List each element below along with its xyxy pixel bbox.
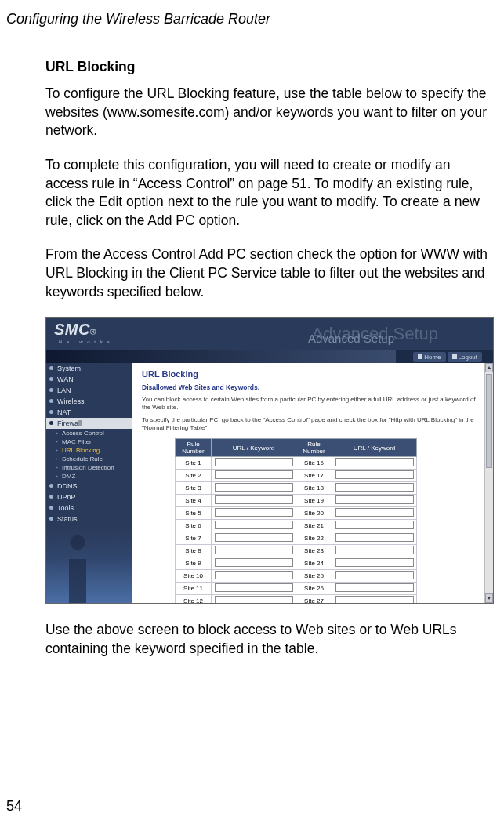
brand-text: SMC bbox=[54, 321, 90, 339]
logout-label: Logout bbox=[459, 354, 477, 361]
url-input[interactable] bbox=[335, 583, 414, 592]
url-input-cell-right bbox=[332, 532, 417, 545]
url-input[interactable] bbox=[335, 533, 414, 542]
top-buttons: Home Logout bbox=[413, 350, 482, 363]
url-input[interactable] bbox=[215, 495, 293, 504]
sidebar-item-firewall[interactable]: Firewall bbox=[46, 418, 132, 429]
scroll-thumb[interactable] bbox=[486, 374, 492, 468]
table-row: Site 5Site 20 bbox=[176, 507, 417, 520]
url-input[interactable] bbox=[215, 596, 293, 603]
url-input[interactable] bbox=[335, 458, 414, 466]
url-input[interactable] bbox=[215, 546, 293, 554]
home-icon bbox=[418, 354, 422, 359]
site-label-left: Site 3 bbox=[176, 482, 212, 495]
table-row: Site 9Site 24 bbox=[176, 557, 417, 570]
table-row: Site 6Site 21 bbox=[176, 520, 417, 532]
url-blocking-table: Rule Number URL / Keyword Rule Number UR… bbox=[175, 438, 417, 603]
url-table-wrap: Rule Number URL / Keyword Rule Number UR… bbox=[142, 437, 484, 603]
home-label: Home bbox=[424, 354, 441, 361]
site-label-right: Site 16 bbox=[296, 457, 332, 470]
url-input[interactable] bbox=[215, 533, 293, 542]
sidebar-decorative-image bbox=[46, 528, 132, 603]
scroll-up-button[interactable]: ▲ bbox=[485, 363, 493, 372]
url-input[interactable] bbox=[335, 495, 414, 504]
site-label-left: Site 6 bbox=[176, 520, 212, 532]
url-input-cell-right bbox=[332, 545, 417, 557]
logout-icon bbox=[452, 354, 457, 359]
url-input-cell-left bbox=[212, 507, 296, 520]
section-heading: URL Blocking bbox=[45, 59, 493, 75]
header-gradient bbox=[46, 350, 396, 363]
paragraph-3: From the Access Control Add PC section c… bbox=[45, 245, 493, 301]
site-label-right: Site 20 bbox=[296, 507, 332, 520]
url-input-cell-right bbox=[332, 457, 417, 470]
url-input[interactable] bbox=[335, 558, 414, 567]
scrollbar[interactable]: ▲ ▼ bbox=[484, 363, 493, 603]
sidebar-sub-intrusion-detection[interactable]: Intrusion Detection bbox=[46, 463, 132, 472]
site-label-right: Site 27 bbox=[296, 595, 332, 604]
th-url-left: URL / Keyword bbox=[212, 439, 296, 457]
url-input[interactable] bbox=[215, 508, 293, 517]
sidebar-sub-access-control[interactable]: Access Control bbox=[46, 429, 132, 437]
site-label-left: Site 1 bbox=[176, 457, 212, 470]
site-label-right: Site 21 bbox=[296, 520, 332, 532]
url-input-cell-right bbox=[332, 583, 417, 595]
sidebar-item-wan[interactable]: WAN bbox=[46, 374, 132, 385]
url-input[interactable] bbox=[215, 458, 293, 466]
sidebar-item-status[interactable]: Status bbox=[46, 514, 132, 525]
table-row: Site 3Site 18 bbox=[176, 482, 417, 495]
url-input[interactable] bbox=[335, 546, 414, 554]
site-label-left: Site 5 bbox=[176, 507, 212, 520]
url-input-cell-right bbox=[332, 557, 417, 570]
sidebar-item-lan[interactable]: LAN bbox=[46, 385, 132, 396]
sidebar-sub-mac-filter[interactable]: MAC Filter bbox=[46, 437, 132, 446]
sidebar-sub-url-blocking[interactable]: URL Blocking bbox=[46, 446, 132, 455]
sidebar-item-system[interactable]: System bbox=[46, 363, 132, 374]
url-input[interactable] bbox=[215, 558, 293, 567]
url-input[interactable] bbox=[335, 571, 414, 579]
url-input-cell-right bbox=[332, 507, 417, 520]
home-button[interactable]: Home bbox=[413, 352, 445, 362]
url-input[interactable] bbox=[335, 521, 414, 529]
url-input[interactable] bbox=[335, 596, 414, 603]
screenshot-header: SMC® N e t w o r k s Advanced Setup Adva… bbox=[46, 318, 493, 350]
table-row: Site 8Site 23 bbox=[176, 545, 417, 557]
url-input-cell-right bbox=[332, 482, 417, 495]
url-input[interactable] bbox=[215, 483, 293, 492]
url-input[interactable] bbox=[215, 521, 293, 529]
main-panel: URL Blocking Disallowed Web Sites and Ke… bbox=[132, 363, 493, 603]
site-label-right: Site 26 bbox=[296, 583, 332, 595]
site-label-left: Site 4 bbox=[176, 495, 212, 507]
document-body: URL Blocking To configure the URL Blocki… bbox=[0, 27, 504, 659]
url-input-cell-left bbox=[212, 495, 296, 507]
sidebar-item-upnp[interactable]: UPnP bbox=[46, 492, 132, 503]
sidebar-item-nat[interactable]: NAT bbox=[46, 407, 132, 418]
url-input[interactable] bbox=[215, 470, 293, 479]
url-input[interactable] bbox=[215, 583, 293, 592]
url-input[interactable] bbox=[335, 483, 414, 492]
sidebar-item-wireless[interactable]: Wireless bbox=[46, 396, 132, 407]
url-input[interactable] bbox=[215, 571, 293, 579]
url-input[interactable] bbox=[335, 470, 414, 479]
url-input-cell-left bbox=[212, 595, 296, 604]
scroll-down-button[interactable]: ▼ bbox=[485, 593, 493, 603]
site-label-right: Site 25 bbox=[296, 570, 332, 583]
site-label-right: Site 19 bbox=[296, 495, 332, 507]
main-desc-2: To specify the particular PC, go back to… bbox=[142, 416, 484, 432]
screenshot-body: System WAN LAN Wireless NAT Firewall Acc… bbox=[46, 363, 493, 603]
site-label-left: Site 10 bbox=[176, 570, 212, 583]
sidebar-sub-schedule-rule[interactable]: Schedule Rule bbox=[46, 455, 132, 463]
sidebar-item-tools[interactable]: Tools bbox=[46, 503, 132, 514]
url-input-cell-left bbox=[212, 557, 296, 570]
table-row: Site 10Site 25 bbox=[176, 570, 417, 583]
sidebar-sub-dmz[interactable]: DMZ bbox=[46, 472, 132, 481]
url-input[interactable] bbox=[335, 508, 414, 517]
url-input-cell-left bbox=[212, 457, 296, 470]
site-label-right: Site 24 bbox=[296, 557, 332, 570]
paragraph-1: To configure the URL Blocking feature, u… bbox=[45, 85, 493, 140]
table-row: Site 4Site 19 bbox=[176, 495, 417, 507]
paragraph-4: Use the above screen to block access to … bbox=[45, 621, 493, 658]
site-label-left: Site 12 bbox=[176, 595, 212, 604]
logout-button[interactable]: Logout bbox=[448, 352, 482, 362]
sidebar-item-ddns[interactable]: DDNS bbox=[46, 481, 132, 492]
